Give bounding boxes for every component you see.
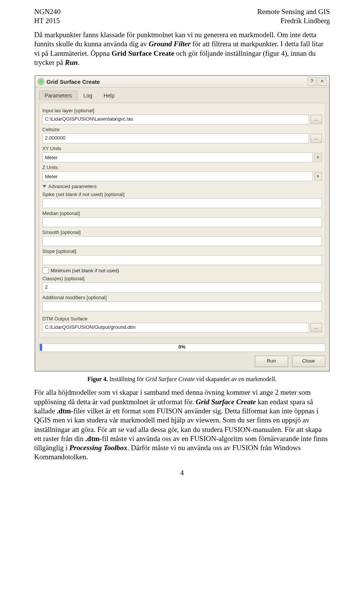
figure-caption: Figur 4. Inställning för Grid Surface Cr…: [34, 376, 330, 383]
dialog-title: Grid Surface Create: [47, 78, 306, 85]
progress-label: 0%: [179, 344, 186, 350]
header-author: Fredrik Lindberg: [281, 17, 330, 25]
input-las-browse-button[interactable]: ...: [311, 115, 322, 124]
header-course-title: Remote Sensing and GIS: [257, 8, 330, 16]
label-slope: Slope [optional]: [42, 248, 322, 254]
label-spike: Spike (set blank if not used) [optional]: [42, 192, 322, 197]
tab-log[interactable]: Log: [78, 91, 98, 100]
label-additional: Additional modifiers [optional]: [42, 295, 322, 300]
minimum-checkbox[interactable]: [42, 267, 49, 273]
paragraph-1: Då markpunkter fanns klassade för punktm…: [34, 30, 330, 67]
dtm-ext-ref: .dtm: [57, 407, 71, 415]
para1-t4: .: [78, 58, 80, 66]
xy-units-value: Meter: [45, 155, 58, 160]
processing-toolbox-ref: Processing Toolbox: [69, 444, 127, 452]
page-number: 4: [34, 469, 330, 477]
label-median: Median [optional]: [42, 210, 322, 216]
median-field[interactable]: [42, 217, 322, 227]
label-smooth: Smooth [optional]: [42, 229, 322, 235]
close-button[interactable]: Close: [292, 356, 325, 367]
header-course-code: NGN240: [34, 8, 61, 16]
label-minimum: Minimum (set blank if not used): [51, 268, 119, 273]
label-xy-units: XY Units: [42, 146, 322, 151]
progress-bar: 0%: [39, 344, 325, 352]
dtm-output-field[interactable]: C:/LidarQGISFUSION/Output/ground.dtm: [42, 323, 309, 333]
additional-field[interactable]: [42, 301, 322, 311]
dtm-ext-ref2: .dtm: [85, 435, 99, 443]
label-cellsize: Cellsize: [42, 127, 322, 132]
cellsize-field[interactable]: 2.000000: [42, 133, 309, 143]
label-classes: Class(es) [optional]: [42, 276, 322, 281]
dtm-output-browse-button[interactable]: ...: [311, 323, 322, 332]
advanced-parameters-toggle[interactable]: Advanced parameters: [42, 184, 322, 189]
header-term: HT 2015: [34, 17, 60, 25]
figure-number: Figur 4.: [87, 376, 108, 382]
classes-field[interactable]: 2: [42, 283, 322, 292]
dialog-icon: [38, 78, 44, 85]
xy-units-dropdown-icon[interactable]: ▼: [314, 153, 322, 162]
z-units-value: Meter: [45, 174, 58, 179]
grid-surface-create-ref2: Grid Surface Create: [196, 398, 256, 406]
help-button[interactable]: ?: [308, 77, 317, 86]
xy-units-select[interactable]: Meter: [42, 152, 313, 162]
ground-filter-ref: Ground Filter: [149, 40, 190, 48]
spike-field[interactable]: [42, 198, 322, 208]
tab-help[interactable]: Help: [98, 91, 120, 100]
dialog-titlebar: Grid Surface Create ? ×: [35, 76, 329, 88]
run-button[interactable]: Run: [255, 356, 288, 367]
figcap-em: Grid Surface Create: [146, 376, 195, 382]
close-x-button[interactable]: ×: [318, 77, 327, 86]
label-input-las: Input las layer [optional]: [42, 108, 322, 113]
label-dtm-output: DTM Output Surface: [42, 316, 322, 322]
chevron-down-icon: [42, 185, 46, 188]
dialog-tabs: Parameters Log Help: [39, 91, 325, 100]
label-z-units: Z Units: [42, 165, 322, 170]
progress-knob: [40, 344, 42, 351]
input-las-field[interactable]: C:\LidarQGISFUSION\Laserdata\gvc.las: [42, 115, 309, 124]
z-units-select[interactable]: Meter: [42, 171, 313, 181]
run-ref: Run: [65, 58, 78, 66]
smooth-field[interactable]: [42, 236, 322, 246]
figcap-t1: Inställning för: [108, 376, 145, 382]
grid-surface-create-ref: Grid Surface Create: [111, 49, 174, 57]
tab-parameters[interactable]: Parameters: [39, 91, 78, 100]
figcap-t2: vid skapandet av en markmodell.: [195, 376, 277, 382]
cellsize-browse-button[interactable]: ...: [311, 134, 322, 143]
parameters-panel: Input las layer [optional] C:\LidarQGISF…: [39, 103, 325, 338]
slope-field[interactable]: [42, 255, 322, 265]
advanced-parameters-label: Advanced parameters: [49, 184, 97, 189]
paragraph-2: För alla höjdmodeller som vi skapar i sa…: [34, 388, 330, 462]
z-units-dropdown-icon[interactable]: ▼: [314, 172, 322, 181]
grid-surface-create-dialog: Grid Surface Create ? × Parameters Log H…: [35, 75, 329, 371]
